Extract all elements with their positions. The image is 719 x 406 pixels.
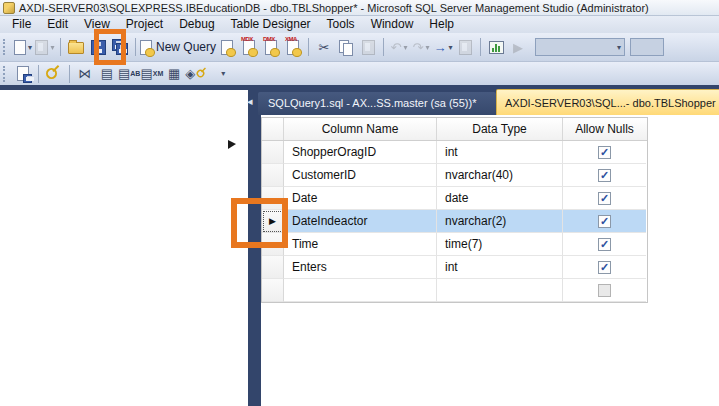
data-type-cell[interactable]: int	[437, 256, 563, 279]
new-item-button[interactable]: ▾	[12, 36, 34, 58]
data-type-cell[interactable]: int	[437, 141, 563, 164]
toolbar-separator	[480, 38, 481, 56]
secondary-combobox[interactable]	[630, 38, 664, 56]
toolbar-separator	[69, 65, 70, 83]
allow-nulls-checkbox[interactable]: ✓	[598, 238, 611, 251]
column-name-cell[interactable]: CustomerID	[284, 164, 437, 187]
allow-nulls-checkbox[interactable]: ✓	[598, 169, 611, 182]
data-type-cell[interactable]	[437, 279, 563, 302]
manage-fulltext-index-button[interactable]: ▤ AB	[118, 64, 140, 84]
toolbar-separator	[135, 38, 136, 56]
allow-nulls-checkbox[interactable]	[598, 284, 611, 297]
dmx-query-button[interactable]: DMX	[260, 36, 282, 58]
menu-item-tools[interactable]: Tools	[319, 16, 363, 33]
allow-nulls-cell: ✓	[563, 187, 646, 210]
fulltext-index-icon: ▤	[118, 67, 130, 80]
redo-icon: ↷	[413, 41, 424, 54]
column-name-cell[interactable]: Date	[284, 187, 437, 210]
navigate-button[interactable]: → ▾	[432, 36, 454, 58]
properties-window-button[interactable]	[454, 36, 476, 58]
menu-item-table-designer[interactable]: Table Designer	[223, 16, 319, 33]
play-icon: ▶	[513, 41, 523, 54]
column-name-cell[interactable]: DateIndeactor	[284, 210, 437, 233]
row-indicator-cell[interactable]	[262, 279, 284, 302]
manage-check-constraints-button[interactable]: ▦	[163, 64, 185, 84]
menu-item-debug[interactable]: Debug	[171, 16, 222, 33]
data-type-cell[interactable]: date	[437, 187, 563, 210]
paste-button[interactable]	[357, 36, 379, 58]
tab-scroll-left-button[interactable]: ◂	[247, 95, 253, 108]
redo-button[interactable]: ↷ ▾	[410, 36, 432, 58]
row-indicator-cell[interactable]	[262, 256, 284, 279]
debug-play-button[interactable]: ▶	[507, 36, 529, 58]
navigate-icon: →	[434, 41, 447, 54]
column-name-cell[interactable]: Enters	[284, 256, 437, 279]
table-row: ShopperOragIDint✓	[262, 141, 647, 164]
toolbar-separator	[60, 38, 61, 56]
change-script-icon	[17, 66, 29, 81]
indexes-icon: ▤	[101, 67, 113, 80]
activity-monitor-button[interactable]	[485, 36, 507, 58]
row-indicator-cell[interactable]	[262, 164, 284, 187]
copy-icon	[339, 40, 354, 55]
manage-indexes-and-keys-button[interactable]: ▤	[96, 64, 118, 84]
mdx-query-button[interactable]: MDX	[238, 36, 260, 58]
allow-nulls-cell	[563, 279, 646, 302]
grid-header-row: Column Name Data Type Allow Nulls	[262, 118, 647, 141]
allow-nulls-checkbox[interactable]: ✓	[598, 261, 611, 274]
table-row: Timetime(7)✓	[262, 233, 647, 256]
columns-grid: Column Name Data Type Allow Nulls Shoppe…	[261, 117, 648, 303]
allow-nulls-checkbox[interactable]: ✓	[598, 192, 611, 205]
chevron-down-icon: ▾	[449, 43, 453, 52]
column-name-cell[interactable]: Time	[284, 233, 437, 256]
table-designer-document: Column Name Data Type Allow Nulls Shoppe…	[261, 115, 719, 406]
table-row: Datedate✓	[262, 187, 647, 210]
source-control-button[interactable]: ▾	[34, 36, 56, 58]
check-constraints-icon: ▦	[168, 67, 180, 80]
primary-key-icon	[44, 66, 60, 82]
allow-nulls-cell: ✓	[563, 233, 646, 256]
database-engine-query-button[interactable]	[216, 36, 238, 58]
menu-item-file[interactable]: File	[4, 16, 39, 33]
chevron-down-icon: ▾	[28, 43, 32, 52]
table-row: ▶DateIndeactornvarchar(2)✓	[262, 210, 647, 233]
manage-xml-indexes-button[interactable]: ▤ XM	[140, 64, 163, 84]
new-query-icon	[140, 40, 152, 55]
tab-sqlquery1[interactable]: SQLQuery1.sql - AX...SS.master (sa (55))…	[258, 92, 496, 115]
data-type-cell[interactable]: time(7)	[437, 233, 563, 256]
annotation-row-indicator-highlight	[231, 198, 288, 248]
column-name-cell[interactable]	[284, 279, 437, 302]
relationships-button[interactable]: ⋈	[74, 64, 96, 84]
primary-key-button[interactable]	[43, 64, 65, 84]
manage-spatial-indexes-button[interactable]: ◈	[185, 64, 211, 84]
menu-item-window[interactable]: Window	[363, 16, 422, 33]
xmla-query-button[interactable]: XMA	[282, 36, 304, 58]
allow-nulls-checkbox[interactable]: ✓	[598, 146, 611, 159]
properties-window-icon	[459, 40, 472, 55]
tab-tblshopper[interactable]: AXDI-SERVER03\SQL...- dbo.TBLShopper	[496, 89, 719, 115]
source-control-icon	[35, 40, 48, 55]
mdx-query-icon: MDX	[243, 40, 255, 55]
column-name-cell[interactable]: ShopperOragID	[284, 141, 437, 164]
allow-nulls-checkbox[interactable]: ✓	[598, 215, 611, 228]
overflow-icon: ▾	[221, 69, 225, 78]
new-query-button[interactable]: New Query	[140, 36, 216, 58]
menu-item-edit[interactable]: Edit	[39, 16, 76, 33]
menu-item-help[interactable]: Help	[421, 16, 462, 33]
toolbar-options-button[interactable]: ▾	[211, 64, 233, 84]
grid-body: ShopperOragIDint✓CustomerIDnvarchar(40)✓…	[262, 141, 647, 302]
undo-button[interactable]: ↶ ▾	[388, 36, 410, 58]
data-type-cell[interactable]: nvarchar(2)	[437, 210, 563, 233]
mouse-cursor	[228, 140, 236, 149]
data-type-cell[interactable]: nvarchar(40)	[437, 164, 563, 187]
generate-change-script-button[interactable]	[12, 64, 34, 84]
cut-button[interactable]: ✂	[313, 36, 335, 58]
xml-indexes-icon: ▤	[140, 67, 152, 80]
copy-button[interactable]	[335, 36, 357, 58]
toolbar-separator	[383, 38, 384, 56]
open-file-button[interactable]	[65, 36, 87, 58]
database-combobox[interactable]: ▾	[535, 38, 625, 56]
chevron-down-icon: ▾	[617, 43, 621, 52]
ssms-window: AXDI-SERVER03\SQLEXPRESS.IBEducationDB -…	[0, 0, 719, 406]
row-indicator-cell[interactable]	[262, 141, 284, 164]
